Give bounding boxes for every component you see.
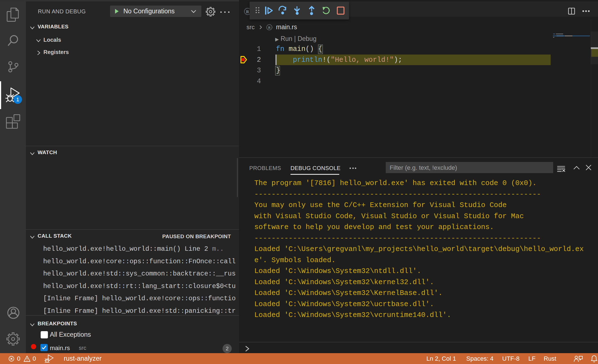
svg-text:R: R xyxy=(268,26,271,29)
svg-text:R: R xyxy=(246,9,249,14)
